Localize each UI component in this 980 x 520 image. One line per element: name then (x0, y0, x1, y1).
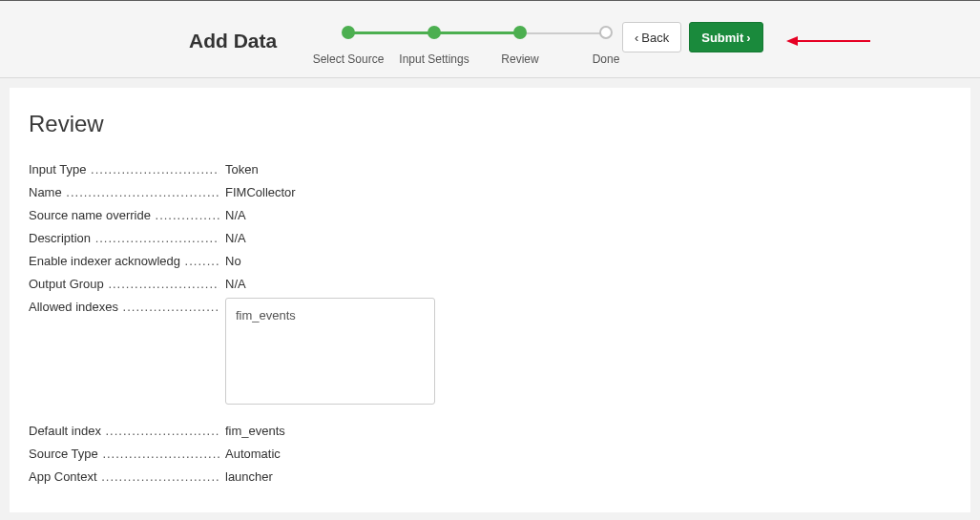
review-value: Automatic (219, 445, 281, 464)
submit-button-label: Submit (701, 31, 743, 45)
review-row-name: Name FIMCollector (29, 183, 951, 202)
action-buttons: ‹ Back Submit › (622, 22, 763, 52)
review-row-allowed-indexes: Allowed indexes fim_events (29, 298, 951, 418)
review-list: Input Type Token Name FIMCollector Sourc… (29, 160, 951, 487)
page-title: Add Data (189, 30, 277, 52)
review-row-enable-indexer-ack: Enable indexer acknowledg No (29, 252, 951, 271)
step-label: Review (501, 52, 538, 66)
review-label: Output Group (29, 275, 219, 294)
back-button[interactable]: ‹ Back (622, 22, 681, 52)
review-value: No (219, 252, 241, 271)
wizard-steps: Select Source Input Settings Review Done (305, 18, 649, 66)
step-select-source: Select Source (305, 18, 391, 66)
review-label: Name (29, 183, 219, 202)
review-value: fim_events (219, 422, 285, 441)
review-label: Description (29, 229, 219, 248)
step-input-settings: Input Settings (391, 18, 477, 66)
step-circle-icon (342, 26, 355, 39)
review-row-description: Description N/A (29, 229, 951, 248)
review-value: launcher (219, 468, 273, 487)
step-connector (434, 31, 520, 34)
step-review: Review (477, 18, 563, 66)
step-connector (520, 32, 606, 34)
review-label: Enable indexer acknowledg (29, 252, 219, 271)
review-label: Input Type (29, 160, 219, 179)
review-label: Source name override (29, 206, 219, 225)
review-row-output-group: Output Group N/A (29, 275, 951, 294)
step-connector (348, 31, 434, 34)
step-label: Input Settings (399, 52, 469, 66)
svg-marker-1 (786, 36, 798, 46)
back-button-label: Back (641, 31, 669, 45)
section-title: Review (29, 111, 951, 137)
allowed-indexes-box: fim_events (225, 298, 435, 405)
review-row-default-index: Default index fim_events (29, 422, 951, 441)
review-value: N/A (219, 206, 246, 225)
review-value: N/A (219, 275, 246, 294)
step-label: Done (593, 52, 620, 66)
annotation-arrow-icon (786, 35, 872, 47)
top-bar: Add Data Select Source Input Settings Re… (0, 0, 980, 78)
review-row-input-type: Input Type Token (29, 160, 951, 179)
step-circle-icon (513, 26, 527, 39)
step-circle-icon (427, 26, 441, 39)
review-row-app-context: App Context launcher (29, 468, 951, 487)
review-value: fim_events (219, 298, 435, 418)
review-label: Default index (29, 422, 219, 441)
submit-button[interactable]: Submit › (689, 22, 762, 52)
review-value: FIMCollector (219, 183, 296, 202)
review-label: App Context (29, 468, 219, 487)
review-value: Token (219, 160, 259, 179)
review-row-source-name-override: Source name override N/A (29, 206, 951, 225)
review-value: N/A (219, 229, 246, 248)
step-label: Select Source (313, 52, 385, 66)
review-label: Allowed indexes (29, 298, 219, 317)
chevron-right-icon: › (746, 31, 750, 44)
content-panel: Review Input Type Token Name FIMCollecto… (10, 88, 970, 512)
review-label: Source Type (29, 445, 219, 464)
chevron-left-icon: ‹ (635, 31, 638, 44)
review-row-source-type: Source Type Automatic (29, 445, 951, 464)
step-circle-icon (599, 26, 613, 39)
